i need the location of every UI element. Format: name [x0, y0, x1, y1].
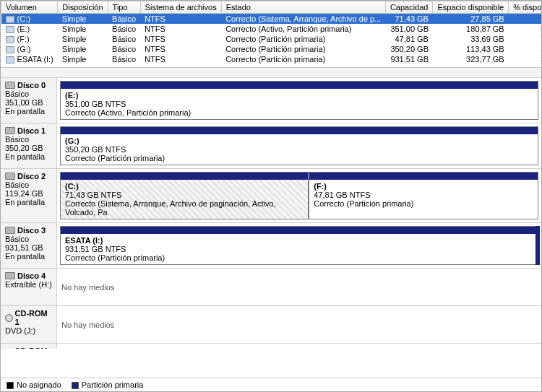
- disk-row[interactable]: Disco 4Extraíble (H:)No hay medios: [1, 269, 541, 306]
- volume-table[interactable]: VolumenDisposiciónTipoSistema de archivo…: [1, 1, 542, 64]
- col-header[interactable]: Volumen: [1, 1, 58, 14]
- partition-bar: [61, 82, 538, 89]
- volume-row[interactable]: (G:)SimpleBásicoNTFSCorrecto (Partición …: [1, 44, 543, 54]
- partition-bar: [309, 173, 538, 180]
- disk-row[interactable]: Disco 3Básico931,51 GBEn pantallaESATA (…: [1, 223, 541, 269]
- disk-info: Disco 0Básico351,00 GBEn pantalla: [1, 78, 57, 123]
- partition-bar: [61, 127, 538, 134]
- col-header[interactable]: Sistema de archivos: [140, 1, 221, 14]
- col-header[interactable]: Capacidad: [385, 1, 433, 14]
- legend: No asignado Partición primaria: [1, 378, 541, 391]
- partition[interactable]: ESATA (I:)931,51 GB NTFSCorrecto (Partic…: [60, 226, 538, 265]
- volume-row[interactable]: (C:)SimpleBásicoNTFSCorrecto (Sistema, A…: [1, 14, 543, 25]
- disk-map-area[interactable]: Disco 0Básico351,00 GBEn pantalla(E:)351…: [1, 67, 541, 349]
- disk-row[interactable]: Disco 1Básico350,20 GBEn pantalla(G:)350…: [1, 123, 541, 169]
- col-header[interactable]: Estado: [221, 1, 385, 14]
- disk-icon: [5, 272, 15, 279]
- disk-row[interactable]: Disco 2Básico119,24 GBEn pantalla(C:)71,…: [1, 169, 541, 223]
- volume-icon: [6, 46, 14, 53]
- volume-icon: [6, 56, 14, 64]
- disk-info: Disco 4Extraíble (H:): [1, 269, 57, 305]
- legend-unassigned: No asignado: [17, 380, 61, 389]
- cd-icon: [5, 314, 13, 322]
- disk-icon: [5, 173, 15, 180]
- disk-partitions: No hay medios: [57, 269, 541, 305]
- partition-bar: [61, 227, 538, 234]
- disk-partitions: No hay medios: [57, 306, 541, 343]
- volume-icon: [6, 36, 14, 43]
- disk-partitions: (G:)350,20 GB NTFSCorrecto (Partición pr…: [57, 123, 541, 168]
- partition[interactable]: (G:)350,20 GB NTFSCorrecto (Partición pr…: [60, 126, 538, 165]
- swatch-unassigned: [7, 382, 14, 389]
- partition-bar: [61, 173, 308, 180]
- partition[interactable]: (C:)71,43 GB NTFSCorrecto (Sistema, Arra…: [60, 172, 309, 219]
- disk-partitions: (E:)351,00 GB NTFSCorrecto (Activo, Part…: [57, 78, 541, 123]
- legend-primary: Partición primaria: [82, 380, 144, 389]
- disk-partitions: (C:)71,43 GB NTFSCorrecto (Sistema, Arra…: [57, 169, 541, 222]
- disk-info: Disco 2Básico119,24 GBEn pantalla: [1, 169, 57, 222]
- disk-info: Disco 1Básico350,20 GBEn pantalla: [1, 123, 57, 168]
- disk-row[interactable]: CD-ROM 2DVD (D:)No hay medios: [1, 344, 541, 349]
- disk-partitions: No hay medios: [57, 344, 541, 349]
- disk-icon: [5, 227, 15, 234]
- swatch-primary: [72, 382, 79, 389]
- overflow-bar: [535, 226, 540, 265]
- volume-row[interactable]: (E:)SimpleBásicoNTFSCorrecto (Activo, Pa…: [1, 24, 543, 34]
- partition[interactable]: (E:)351,00 GB NTFSCorrecto (Activo, Part…: [60, 81, 538, 120]
- disk-row[interactable]: CD-ROM 1DVD (J:)No hay medios: [1, 306, 541, 344]
- col-header[interactable]: Disposición: [58, 1, 108, 14]
- disk-info: CD-ROM 1DVD (J:): [1, 306, 57, 343]
- col-header[interactable]: Tipo: [108, 1, 140, 14]
- volume-row[interactable]: (F:)SimpleBásicoNTFSCorrecto (Partición …: [1, 34, 543, 44]
- disk-info: Disco 3Básico931,51 GBEn pantalla: [1, 223, 57, 268]
- volume-icon: [6, 26, 14, 33]
- partition[interactable]: (F:)47,81 GB NTFSCorrecto (Partición pri…: [309, 172, 538, 219]
- volume-row[interactable]: ESATA (I:)SimpleBásicoNTFSCorrecto (Part…: [1, 54, 543, 64]
- disk-icon: [5, 127, 15, 134]
- disk-info: CD-ROM 2DVD (D:): [1, 344, 57, 349]
- disk-row[interactable]: Disco 0Básico351,00 GBEn pantalla(E:)351…: [1, 78, 541, 123]
- disk-icon: [5, 82, 15, 89]
- col-header[interactable]: % disponible: [509, 1, 542, 14]
- disk-partitions: ESATA (I:)931,51 GB NTFSCorrecto (Partic…: [57, 223, 541, 268]
- volume-icon: [6, 16, 14, 23]
- col-header[interactable]: Espacio disponible: [433, 1, 509, 14]
